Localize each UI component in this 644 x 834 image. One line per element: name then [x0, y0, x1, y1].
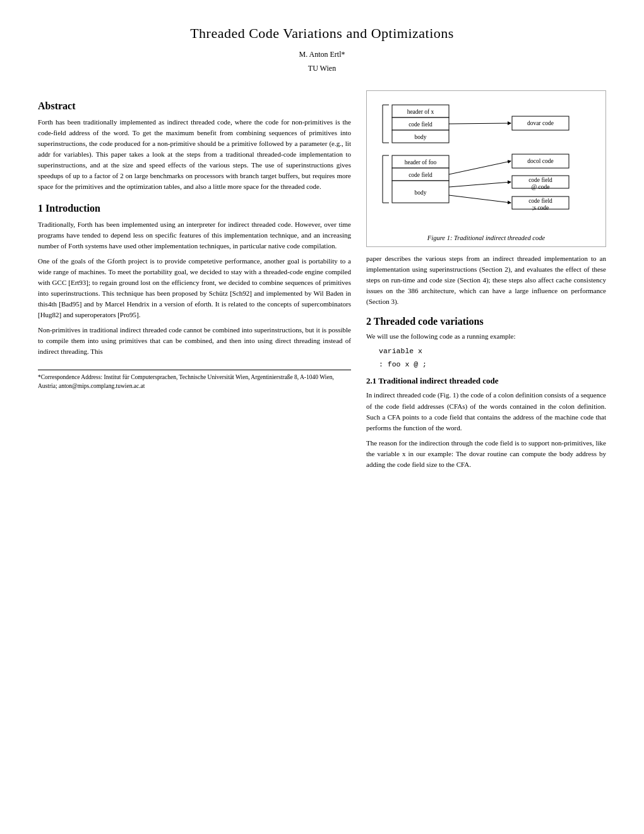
subsection2-1-para1: In indirect threaded code (Fig. 1) the c…: [366, 390, 606, 433]
svg-line-24: [449, 182, 511, 187]
svg-line-8: [449, 123, 511, 124]
author-name: M. Anton Ertl*: [38, 48, 606, 62]
right-column-top: header of x code field body dovar code: [366, 90, 606, 474]
subsection2-1-para2: The reason for the indirection through t…: [366, 438, 606, 470]
svg-text:dovar code: dovar code: [527, 120, 554, 126]
figure1-diagram: header of x code field body dovar code: [373, 99, 588, 228]
figure1-container: header of x code field body dovar code: [366, 90, 606, 247]
svg-text:code field: code field: [528, 198, 552, 204]
section1-heading: 1 Introduction: [38, 203, 351, 214]
abstract-text: Forth has been traditionally implemented…: [38, 117, 351, 192]
page: Threaded Code Variations and Optimizatio…: [38, 25, 606, 474]
svg-text:code field: code field: [408, 121, 432, 128]
author-block: M. Anton Ertl* TU Wien: [38, 48, 606, 75]
svg-text:docol code: docol code: [527, 158, 553, 164]
svg-text:@ code: @ code: [531, 184, 549, 190]
svg-text:;s code: ;s code: [532, 205, 549, 211]
section2-intro: We will use the following code as a runn…: [366, 331, 606, 342]
svg-text:code field: code field: [408, 172, 432, 178]
figure1-caption: Figure 1: Traditional indirect threaded …: [373, 234, 599, 241]
section1-para2: One of the goals of the Gforth project i…: [38, 256, 351, 320]
section2-container: 2 Threaded code variations We will use t…: [366, 316, 606, 469]
footnote: *Correspondence Address: Institut für Co…: [38, 370, 351, 391]
subsection2-1-heading: 2.1 Traditional indirect threaded code: [366, 376, 606, 386]
section1-para3: Non-primitives in traditional indirect t…: [38, 325, 351, 357]
svg-text:body: body: [415, 134, 427, 140]
author-affiliation: TU Wien: [38, 62, 606, 76]
left-column: Abstract Forth has been traditionally im…: [38, 90, 351, 474]
abstract-heading: Abstract: [38, 100, 351, 112]
main-title: Threaded Code Variations and Optimizatio…: [38, 25, 606, 42]
top-two-col: Abstract Forth has been traditionally im…: [38, 90, 606, 474]
section2-heading: 2 Threaded code variations: [366, 316, 606, 327]
svg-line-23: [449, 161, 511, 174]
svg-text:header of foo: header of foo: [405, 159, 437, 166]
section1-para1: Traditionally, Forth has been implemente…: [38, 219, 351, 251]
right-col-text: paper describes the various steps from a…: [366, 253, 606, 307]
svg-text:code field: code field: [528, 177, 552, 183]
footnote-text: *Correspondence Address: Institut für Co…: [38, 374, 334, 389]
svg-text:body: body: [415, 190, 427, 196]
svg-text:header of x: header of x: [407, 109, 434, 115]
code-example-1: variable x: [379, 347, 606, 355]
title-section: Threaded Code Variations and Optimizatio…: [38, 25, 606, 75]
code-example-2: : foo x @ ;: [379, 360, 606, 368]
svg-line-25: [449, 195, 511, 203]
